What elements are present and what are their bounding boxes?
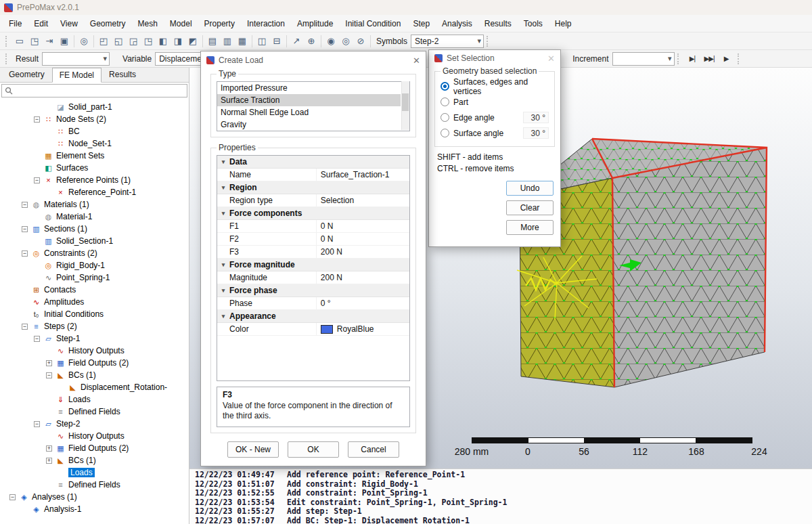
property-row[interactable]: ▾ F1 0 N (217, 220, 409, 233)
property-row[interactable]: ▾ Force magnitude (217, 259, 409, 271)
menu-item[interactable]: Geometry (84, 16, 132, 32)
view-iso-icon[interactable]: ◩ (185, 34, 200, 49)
close-icon[interactable]: ✕ (547, 53, 555, 64)
dialog-title-bar[interactable]: Set Selection ✕ (429, 50, 560, 66)
view-bottom-icon[interactable]: ◨ (171, 34, 185, 49)
import-icon[interactable]: ⇥ (42, 34, 57, 49)
tab-fe-model[interactable]: FE Model (52, 68, 102, 83)
menu-item[interactable]: Edit (28, 16, 54, 32)
tree-item[interactable]: ∿ History Outputs (0, 430, 189, 442)
load-type-item[interactable]: Imported Pressure (217, 82, 401, 94)
tree-expander-icon[interactable]: − (9, 494, 16, 500)
radio-icon[interactable] (441, 113, 449, 122)
toolbar-grip[interactable] (5, 53, 9, 64)
tree-item[interactable]: ⇓ Loads (0, 393, 189, 406)
property-row[interactable]: ▾ Region type Selection (217, 194, 409, 207)
tree-item[interactable]: − ◎ Constraints (2) (0, 247, 189, 259)
toolbar-grip[interactable] (677, 53, 681, 64)
ok-button[interactable]: OK (288, 441, 339, 458)
property-row[interactable]: ▾ Force phase (217, 284, 409, 297)
message-log[interactable]: 12/22/23 01:49:47 Add reference point: R… (189, 468, 812, 524)
tree-item[interactable]: − ◈ Analyses (1) (0, 491, 189, 503)
property-row[interactable]: ▾ F2 0 N (217, 233, 409, 246)
symbols-combo[interactable]: Step-2 (411, 35, 484, 48)
property-value[interactable]: Surface_Traction-1 (316, 169, 409, 181)
show-symbols-icon[interactable]: ◎ (338, 34, 353, 49)
save-icon[interactable]: ▣ (57, 34, 72, 49)
menu-item[interactable]: Interaction (241, 16, 291, 32)
tree-item[interactable]: − ◍ Materials (1) (0, 198, 189, 211)
show-solid-icon[interactable]: ▦ (235, 34, 250, 49)
step-forward-icon[interactable]: ▶| (684, 52, 701, 66)
view-right-icon[interactable]: ◳ (141, 34, 156, 49)
tree-item[interactable]: ◎ Rigid_Body-1 (0, 259, 189, 271)
property-value[interactable]: 200 N (316, 271, 409, 284)
tree-expander-icon[interactable]: + (46, 445, 52, 452)
fast-forward-icon[interactable]: ▶▶| (701, 52, 718, 66)
property-row[interactable]: ▾ Color RoyalBlue (217, 323, 409, 336)
tree-item[interactable]: + ◣ BCs (1) (0, 454, 189, 466)
menu-item[interactable]: Analysis (436, 16, 478, 32)
tree-item[interactable]: ≡ Defined Fields (0, 406, 189, 418)
scrollbar-thumb[interactable] (402, 93, 409, 111)
tree-item[interactable]: − ◣ BCs (1) (0, 369, 189, 381)
tree-expander-icon[interactable]: − (22, 250, 28, 257)
menu-item[interactable]: Step (407, 16, 436, 32)
tree-item[interactable]: − ∷ Node Sets (2) (0, 113, 189, 125)
tree-expander-icon[interactable]: + (46, 360, 52, 366)
tree-item[interactable]: ◪ Solid_part-1 (0, 101, 189, 113)
selection-option[interactable]: Edge angle 30 ° (441, 110, 549, 125)
tree-item[interactable]: ◈ Analysis-1 (0, 503, 189, 515)
tree-expander-icon[interactable]: − (34, 116, 40, 123)
query-icon[interactable]: ↗ (289, 34, 304, 49)
property-row[interactable]: ▾ Force components (217, 207, 409, 220)
undo-button[interactable]: Undo (506, 181, 554, 196)
new-file-icon[interactable]: ▭ (12, 34, 27, 49)
view-left-icon[interactable]: ◲ (126, 34, 141, 49)
tree-expander-icon[interactable]: − (22, 324, 28, 330)
tree-item[interactable]: ▥ Solid_Section-1 (0, 235, 189, 247)
property-row[interactable]: ▾ Magnitude 200 N (217, 271, 409, 284)
menu-item[interactable]: View (54, 16, 84, 32)
show-all-icon[interactable]: ◉ (323, 34, 338, 49)
angle-value[interactable]: 30 ° (523, 127, 549, 139)
menu-item[interactable]: Help (549, 16, 578, 32)
tree-expander-icon[interactable]: + (46, 458, 52, 464)
property-row[interactable]: ▾ Data (217, 156, 409, 169)
tree-item[interactable]: ∷ Node_Set-1 (0, 137, 189, 150)
dialog-title-bar[interactable]: Create Load ✕ (201, 51, 426, 69)
load-type-item[interactable]: Surface Traction (217, 94, 401, 106)
increment-combo[interactable] (612, 52, 675, 66)
selection-option[interactable]: Surface angle 30 ° (441, 125, 549, 141)
tree-item[interactable]: ◧ Surfaces (0, 162, 189, 174)
play-icon[interactable]: ▶ (718, 52, 735, 66)
tree-expander-icon[interactable]: − (46, 372, 52, 378)
section-view-icon[interactable]: ◫ (254, 34, 269, 49)
tree-item[interactable]: ∿ History Outputs (0, 345, 189, 357)
property-value[interactable]: 0 ° (316, 297, 409, 309)
show-edges-icon[interactable]: ▥ (220, 34, 235, 49)
menu-item[interactable]: Amplitude (291, 16, 339, 32)
selection-option[interactable]: Surfaces, edges and vertices (441, 79, 549, 94)
tree-item[interactable]: ∿ Amplitudes (0, 296, 189, 308)
angle-value[interactable]: 30 ° (523, 112, 549, 123)
tree-item[interactable]: t₀ Initial Conditions (0, 308, 189, 320)
tree-expander-icon[interactable]: − (22, 226, 28, 232)
tree-item[interactable]: ◍ Material-1 (0, 211, 189, 223)
result-combo[interactable] (42, 52, 110, 66)
menu-item[interactable]: Tools (518, 16, 549, 32)
view-front-icon[interactable]: ◰ (96, 34, 111, 49)
menu-item[interactable]: Model (164, 16, 198, 32)
zoom-icon[interactable]: ◎ (76, 34, 91, 49)
tree-item[interactable]: + ▦ Field Outputs (2) (0, 442, 189, 454)
toolbar-grip[interactable] (5, 36, 9, 47)
radio-icon[interactable] (441, 97, 449, 106)
tree-item[interactable]: + ▦ Field Outputs (2) (0, 357, 189, 369)
tree-item[interactable]: ∷ BC (0, 125, 189, 137)
clear-button[interactable]: Clear (506, 200, 554, 215)
tree-item[interactable]: ∿ Point_Spring-1 (0, 271, 189, 284)
close-icon[interactable]: ✕ (413, 56, 420, 66)
tree-item[interactable]: ◣ Displacement_Rotation- (0, 381, 189, 393)
list-scrollbar[interactable] (401, 81, 409, 130)
toolbar-grip[interactable] (738, 53, 742, 64)
